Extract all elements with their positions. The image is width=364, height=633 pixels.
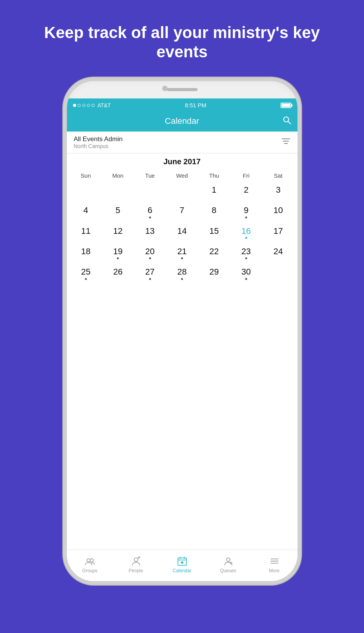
filter-title: All Events Admin (74, 135, 123, 143)
headline: Keep track of all your ministry's key ev… (0, 0, 364, 77)
cal-day-29[interactable]: 29 (198, 263, 230, 283)
cal-day-1[interactable]: 1 (198, 181, 230, 202)
status-time: 8:51 PM (185, 102, 206, 108)
filter-icon[interactable] (281, 137, 291, 147)
filter-subtitle: North Campus (74, 143, 123, 149)
cal-day-19[interactable]: 19 (102, 243, 134, 263)
day-header-tue: Tue (134, 170, 166, 181)
signal-dot-4 (87, 104, 90, 107)
calendar-month-title: June 2017 (70, 157, 294, 166)
svg-point-7 (134, 558, 138, 561)
battery-indicator (281, 103, 291, 108)
cal-day-13[interactable]: 13 (134, 222, 166, 243)
cal-day-5[interactable]: 5 (102, 202, 134, 222)
search-icon[interactable] (282, 115, 291, 127)
cal-day-18[interactable]: 18 (70, 243, 102, 263)
cal-day-12[interactable]: 12 (102, 222, 134, 243)
cal-cell (70, 181, 102, 202)
day-header-sun: Sun (70, 170, 102, 181)
cal-day-22[interactable]: 22 (198, 243, 230, 263)
cal-day-10[interactable]: 10 (262, 202, 294, 222)
cal-cell (134, 181, 166, 202)
day-header-sat: Sat (262, 170, 294, 181)
day-header-wed: Wed (166, 170, 198, 181)
battery-level (282, 104, 290, 107)
cal-day-6[interactable]: 6 (134, 202, 166, 222)
svg-point-6 (90, 559, 93, 562)
tab-calendar[interactable]: Calendar (159, 556, 205, 573)
tab-groups[interactable]: Groups (67, 556, 113, 573)
cal-day-27[interactable]: 27 (134, 263, 166, 283)
status-left: AT&T (73, 102, 111, 108)
phone-frame: AT&T 8:51 PM Calendar All Events Admin N… (63, 77, 301, 585)
cal-day-2[interactable]: 2 (230, 181, 262, 202)
tab-more-label: More (269, 568, 279, 573)
tab-queues-label: Queues (220, 568, 236, 573)
cal-day-25[interactable]: 25 (70, 263, 102, 283)
day-header-mon: Mon (102, 170, 134, 181)
status-bar: AT&T 8:51 PM (67, 98, 298, 112)
cal-cell (166, 181, 198, 202)
tab-queues[interactable]: Queues (205, 556, 251, 573)
cal-day-15[interactable]: 15 (198, 222, 230, 243)
tab-bar: Groups People (67, 550, 298, 581)
svg-point-15 (226, 558, 230, 561)
phone-speaker (167, 88, 198, 91)
cal-day-11[interactable]: 11 (70, 222, 102, 243)
cal-day-24[interactable]: 24 (262, 243, 294, 263)
signal-dot-5 (91, 104, 95, 107)
phone-screen: AT&T 8:51 PM Calendar All Events Admin N… (67, 98, 298, 581)
cal-day-26[interactable]: 26 (102, 263, 134, 283)
cal-day-14[interactable]: 14 (166, 222, 198, 243)
day-header-fri: Fri (230, 170, 262, 181)
svg-rect-14 (181, 561, 183, 564)
cal-cell (102, 181, 134, 202)
carrier-label: AT&T (98, 102, 111, 108)
tab-groups-label: Groups (82, 568, 97, 573)
signal-dot-2 (78, 104, 81, 107)
svg-line-1 (288, 121, 291, 124)
cal-day-7[interactable]: 7 (166, 202, 198, 222)
cal-day-30[interactable]: 30 (230, 263, 262, 283)
cal-day-28[interactable]: 28 (166, 263, 198, 283)
filter-row[interactable]: All Events Admin North Campus (67, 132, 298, 153)
signal-dot-1 (73, 104, 76, 107)
cal-day-3[interactable]: 3 (262, 181, 294, 202)
tab-more[interactable]: More (251, 556, 298, 573)
cal-day-4[interactable]: 4 (70, 202, 102, 222)
cal-day-20[interactable]: 20 (134, 243, 166, 263)
cal-day-8[interactable]: 8 (198, 202, 230, 222)
app-header: Calendar (67, 112, 298, 132)
cal-cell-empty (262, 263, 294, 283)
app-title: Calendar (165, 116, 199, 126)
calendar-grid: Sun Mon Tue Wed Thu Fri Sat 1 2 3 4 5 6 (70, 170, 294, 284)
filter-text: All Events Admin North Campus (74, 135, 123, 149)
cal-day-16-today[interactable]: 16 (230, 222, 262, 243)
cal-day-21[interactable]: 21 (166, 243, 198, 263)
tab-people-label: People (129, 568, 143, 573)
day-header-thu: Thu (198, 170, 230, 181)
calendar: June 2017 Sun Mon Tue Wed Thu Fri Sat 1 … (67, 153, 298, 550)
tab-people[interactable]: People (113, 556, 159, 573)
tab-calendar-label: Calendar (173, 568, 191, 573)
cal-day-23[interactable]: 23 (230, 243, 262, 263)
cal-day-17[interactable]: 17 (262, 222, 294, 243)
signal-dot-3 (82, 104, 85, 107)
svg-point-5 (87, 559, 90, 562)
cal-day-9[interactable]: 9 (230, 202, 262, 222)
